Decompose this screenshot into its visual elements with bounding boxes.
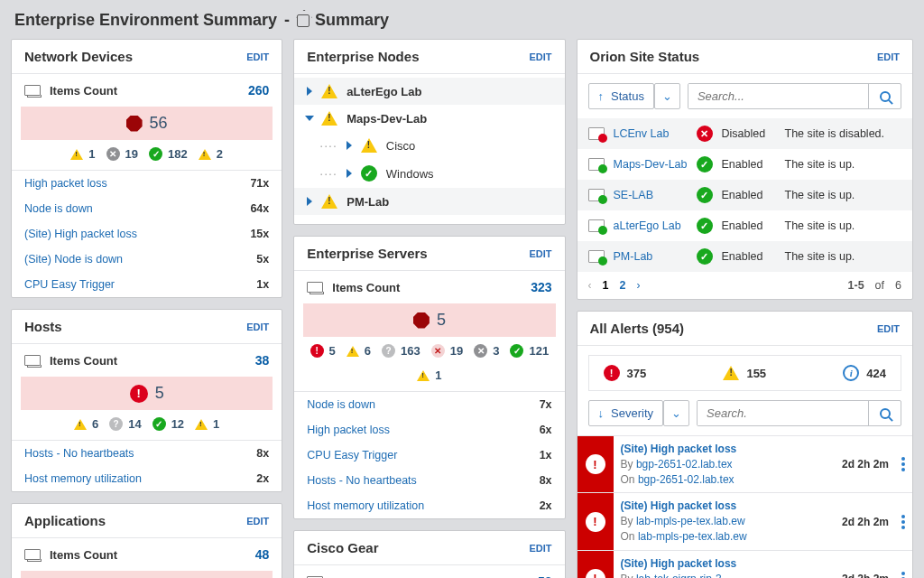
alert-by: By lab-tok-eigrp-rip-3: [621, 572, 829, 578]
tree-node[interactable]: aLterEgo Lab: [294, 78, 564, 105]
site-link[interactable]: LCEnv Lab: [614, 127, 688, 140]
sort-dropdown[interactable]: ⌄: [663, 400, 689, 426]
grey-icon: [106, 147, 120, 161]
sort-dropdown[interactable]: ⌄: [654, 83, 680, 109]
warning-icon: [723, 366, 739, 380]
issue-link[interactable]: Host memory utilization: [307, 499, 424, 512]
issue-link[interactable]: CPU Easy Trigger: [307, 449, 397, 461]
warning-icon: [321, 84, 337, 98]
pager-next[interactable]: ›: [636, 279, 640, 292]
site-link[interactable]: Maps-Dev-Lab: [614, 158, 688, 171]
issue-link[interactable]: CPU Easy Trigger: [24, 278, 115, 291]
search-input[interactable]: [688, 84, 868, 108]
issue-link[interactable]: (Site) High packet loss: [24, 228, 137, 240]
pager-prev[interactable]: ‹: [588, 279, 592, 292]
card-title: Network Devices: [24, 49, 133, 64]
issue-link[interactable]: High packet loss: [24, 177, 107, 190]
search-button[interactable]: [868, 84, 901, 108]
search-button[interactable]: [868, 401, 901, 425]
search-input[interactable]: [698, 401, 868, 425]
issue-link[interactable]: Hosts - No heartbeats: [24, 447, 134, 460]
issue-link[interactable]: Hosts - No heartbeats: [307, 474, 417, 487]
site-link[interactable]: SE-LAB: [614, 189, 688, 201]
issue-link[interactable]: Node is down: [24, 202, 93, 215]
chevron-down-icon: ⌄: [662, 89, 672, 103]
alert-menu-button[interactable]: [894, 493, 912, 549]
issue-link[interactable]: (Site) Node is down: [24, 253, 123, 266]
status-chip[interactable]: 6: [346, 344, 371, 358]
pager-of: of: [875, 279, 884, 292]
list-item: Node is down64x: [12, 196, 282, 221]
edit-link[interactable]: EDIT: [529, 51, 551, 62]
sort-button[interactable]: ↓Severity: [588, 400, 663, 426]
warning-icon: [195, 419, 208, 430]
status-chip[interactable]: 12: [152, 417, 184, 431]
status-chip[interactable]: 19: [106, 147, 138, 161]
down-icon: [413, 312, 430, 329]
edit-link[interactable]: EDIT: [246, 51, 269, 62]
pager-range: 1-5: [848, 279, 864, 292]
alert-title[interactable]: (Site) High packet loss: [621, 442, 829, 457]
issue-count: 1x: [540, 449, 552, 461]
status-chip[interactable]: 3: [474, 344, 499, 358]
critical-icon: [130, 385, 148, 403]
expand-icon: [346, 141, 352, 150]
alert-time: 2d 2h 2m: [836, 436, 894, 492]
status-chip[interactable]: 19: [431, 344, 463, 358]
issue-link[interactable]: Node is down: [307, 398, 375, 411]
expand-icon: [346, 169, 352, 178]
edit-link[interactable]: EDIT: [877, 51, 900, 62]
status-chip[interactable]: 14: [109, 417, 141, 431]
site-msg: The site is up.: [785, 250, 855, 263]
alert-menu-button[interactable]: [894, 551, 912, 578]
issue-count: 64x: [250, 202, 269, 215]
pager-page-2[interactable]: 2: [619, 279, 625, 292]
status-chip[interactable]: 163: [382, 344, 420, 358]
home-icon: [297, 14, 310, 27]
items-count-label: Items Count: [50, 548, 117, 562]
items-count-label: Items Count: [332, 281, 400, 294]
issue-link[interactable]: High packet loss: [307, 424, 390, 436]
edit-link[interactable]: EDIT: [246, 516, 269, 527]
tree-connector: ····: [307, 166, 337, 181]
enabled-icon: [697, 187, 713, 203]
edit-link[interactable]: EDIT: [529, 248, 551, 259]
issue-count: 8x: [540, 474, 552, 487]
status-chip[interactable]: 1: [70, 147, 95, 161]
tree-child[interactable]: ····Cisco: [294, 132, 564, 159]
tree-child[interactable]: ····Windows: [294, 159, 564, 188]
warning-icon: [321, 111, 337, 126]
status-chip[interactable]: 2: [199, 147, 223, 161]
issue-list: High packet loss71xNode is down64x(Site)…: [12, 170, 282, 297]
edit-link[interactable]: EDIT: [246, 322, 269, 332]
ok-icon: [152, 417, 166, 431]
alert-title[interactable]: (Site) High packet loss: [621, 556, 829, 572]
status-chip[interactable]: 1: [195, 417, 219, 431]
alert-title[interactable]: (Site) High packet loss: [621, 499, 829, 514]
edit-link[interactable]: EDIT: [529, 543, 551, 554]
pager-total: 6: [895, 279, 901, 292]
site-link[interactable]: PM-Lab: [614, 250, 688, 263]
status-chip[interactable]: 182: [149, 147, 188, 161]
band-value: 5: [155, 384, 164, 403]
warning-icon: [74, 419, 87, 430]
alert-menu-button[interactable]: [894, 436, 912, 492]
critical-icon: [604, 365, 620, 381]
status-chip[interactable]: 1: [417, 368, 441, 382]
card-enterprise-nodes: Enterprise NodesEDIT aLterEgo LabMaps-De…: [293, 39, 565, 225]
issue-link[interactable]: Host memory utilization: [24, 472, 142, 485]
status-chip[interactable]: 6: [74, 417, 98, 431]
tree-node[interactable]: Maps-Dev-Lab: [294, 105, 564, 132]
edit-link[interactable]: EDIT: [877, 323, 900, 334]
node-tree: aLterEgo LabMaps-Dev-Lab····Cisco····Win…: [294, 74, 564, 224]
sort-button[interactable]: ↑Status: [588, 83, 654, 109]
site-link[interactable]: aLterEgo Lab: [614, 219, 688, 232]
pager-page-1[interactable]: 1: [603, 279, 609, 292]
status-chip[interactable]: 121: [510, 344, 549, 358]
site-row: Maps-Dev-LabEnabledThe site is up.: [578, 149, 912, 180]
items-count-label: Items Count: [332, 575, 400, 579]
tree-node[interactable]: PM-Lab: [294, 188, 564, 215]
site-status: Disabled: [722, 127, 776, 140]
issue-count: 71x: [250, 177, 269, 190]
status-chip[interactable]: 5: [310, 344, 336, 358]
